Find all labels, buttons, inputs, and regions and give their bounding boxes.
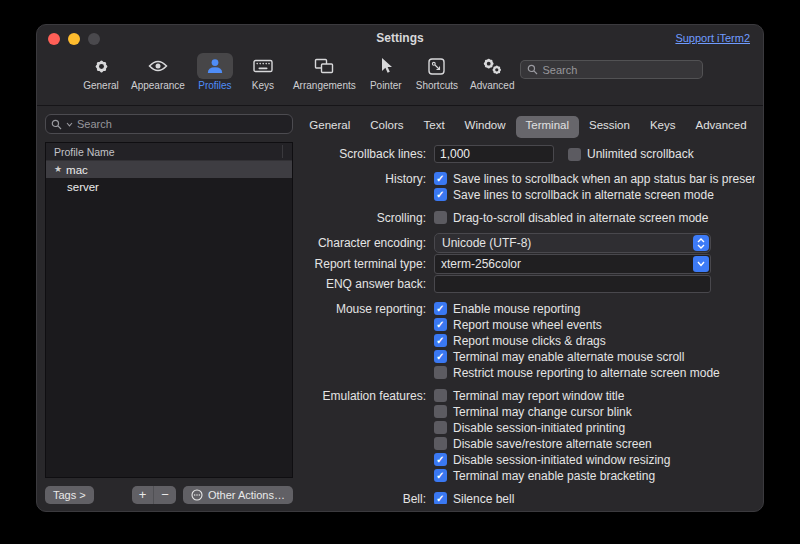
tab-window[interactable]: Window (455, 116, 516, 138)
profile-tabbar: General Colors Text Window Terminal Sess… (301, 116, 755, 138)
profile-detail-panel: General Colors Text Window Terminal Sess… (301, 114, 755, 504)
window-title: Settings (37, 25, 763, 52)
other-actions-button[interactable]: Other Actions… (183, 486, 293, 504)
toolbar-item-pointer[interactable]: Pointer (362, 53, 410, 91)
toolbar-item-general[interactable]: General (77, 53, 125, 91)
toolbar-item-label: Pointer (370, 80, 402, 91)
emulation-features-label: Emulation features: (301, 389, 434, 403)
disable-printing-checkbox[interactable] (434, 421, 447, 434)
profile-list-header: Profile Name (46, 143, 292, 161)
mouse-clicks-drags-checkbox[interactable] (434, 334, 447, 347)
close-button[interactable] (48, 33, 60, 45)
toolbar-item-keys[interactable]: Keys (239, 53, 287, 91)
profile-list: Profile Name ★ mac server (45, 142, 293, 478)
toolbar-search-input[interactable] (542, 64, 696, 76)
save-lines-alt-screen-checkbox[interactable] (434, 188, 447, 201)
scrolling-label: Scrolling: (301, 211, 434, 225)
checkbox-label: Terminal may enable paste bracketing (453, 469, 655, 483)
combo-chevron-icon[interactable] (693, 256, 709, 272)
history-label: History: (301, 172, 434, 186)
profile-row-mac[interactable]: ★ mac (46, 161, 292, 178)
enq-answer-back-input[interactable] (434, 275, 711, 293)
search-scope-chevron-icon[interactable] (66, 122, 73, 127)
remove-profile-button[interactable]: − (154, 486, 176, 504)
tab-text[interactable]: Text (414, 116, 455, 138)
tab-session[interactable]: Session (579, 116, 640, 138)
restrict-mouse-reporting-checkbox[interactable] (434, 366, 447, 379)
save-lines-status-bar-checkbox[interactable] (434, 172, 447, 185)
paste-bracketing-checkbox[interactable] (434, 469, 447, 482)
profile-search-input[interactable] (77, 118, 287, 130)
cursor-icon (368, 53, 404, 79)
keycap-icon (419, 53, 455, 79)
toolbar-item-label: Advanced (470, 80, 514, 91)
checkbox-label: Save lines to scrollback in alternate sc… (453, 188, 714, 202)
checkbox-label: Disable save/restore alternate screen (453, 437, 652, 451)
checkbox-label: Terminal may enable alternate mouse scro… (453, 350, 684, 364)
tags-button[interactable]: Tags > (45, 486, 94, 504)
checkbox-label: Save lines to scrollback when an app sta… (453, 172, 755, 186)
disable-save-restore-checkbox[interactable] (434, 437, 447, 450)
popup-chevrons-icon (693, 235, 709, 251)
character-encoding-label: Character encoding: (301, 236, 434, 250)
tab-keys[interactable]: Keys (640, 116, 686, 138)
gears-icon (474, 53, 510, 79)
checkbox-label: Drag-to-scroll disabled in alternate scr… (453, 211, 708, 225)
toolbar-item-shortcuts[interactable]: Shortcuts (410, 53, 464, 91)
toolbar-item-arrangements[interactable]: Arrangements (287, 53, 362, 91)
tab-terminal[interactable]: Terminal (516, 116, 579, 138)
alternate-mouse-scroll-checkbox[interactable] (434, 350, 447, 363)
toolbar-item-profiles[interactable]: Profiles (191, 53, 239, 91)
checkbox-label: Restrict mouse reporting to alternate sc… (453, 366, 720, 380)
toolbar-item-label: Keys (252, 80, 274, 91)
minimize-button[interactable] (68, 33, 80, 45)
tab-advanced[interactable]: Advanced (685, 116, 755, 138)
toolbar-item-label: General (83, 80, 119, 91)
unlimited-scrollback-checkbox[interactable] (568, 148, 581, 161)
traffic-lights (48, 33, 100, 45)
checkbox-label: Disable session-initiated printing (453, 421, 625, 435)
scrollback-lines-label: Scrollback lines: (301, 147, 434, 161)
star-icon: ★ (54, 165, 62, 174)
person-icon (197, 53, 233, 79)
enable-mouse-reporting-checkbox[interactable] (434, 302, 447, 315)
disable-window-resizing-checkbox[interactable] (434, 453, 447, 466)
search-icon (51, 119, 62, 130)
titlebar: Settings Support iTerm2 (37, 25, 763, 51)
toolbar-item-appearance[interactable]: Appearance (125, 53, 191, 91)
settings-window: Settings Support iTerm2 General Appearan… (36, 24, 764, 512)
drag-to-scroll-checkbox[interactable] (434, 211, 447, 224)
toolbar-item-advanced[interactable]: Advanced (464, 53, 520, 91)
tab-colors[interactable]: Colors (360, 116, 413, 138)
gear-icon (83, 53, 119, 79)
combo-value: xterm-256color (441, 257, 521, 271)
preferences-toolbar: General Appearance Profiles Keys Arrange (37, 51, 763, 106)
mouse-wheel-events-checkbox[interactable] (434, 318, 447, 331)
profile-name: mac (66, 164, 88, 176)
support-link[interactable]: Support iTerm2 (675, 32, 750, 44)
checkbox-label: Terminal may report window title (453, 389, 624, 403)
tab-general[interactable]: General (301, 116, 360, 138)
report-terminal-type-combo[interactable]: xterm-256color (434, 254, 711, 274)
profiles-sidebar: Profile Name ★ mac server Tags > + − (45, 114, 293, 504)
unlimited-scrollback-label: Unlimited scrollback (587, 147, 694, 161)
enq-answer-back-label: ENQ answer back: (301, 277, 434, 291)
silence-bell-checkbox[interactable] (434, 492, 447, 504)
search-icon (527, 64, 538, 75)
report-terminal-type-label: Report terminal type: (301, 257, 434, 271)
sidebar-bottom-bar: Tags > + − Other Actions… (45, 485, 293, 504)
scrollback-lines-input[interactable] (434, 145, 554, 163)
profile-search-field[interactable] (45, 114, 293, 134)
toolbar-search-field[interactable] (520, 60, 703, 79)
report-window-title-checkbox[interactable] (434, 389, 447, 402)
add-profile-button[interactable]: + (132, 486, 154, 504)
keyboard-icon (245, 53, 281, 79)
character-encoding-popup[interactable]: Unicode (UTF-8) (434, 233, 711, 253)
other-actions-label: Other Actions… (208, 489, 285, 501)
checkbox-label: Disable session-initiated window resizin… (453, 453, 670, 467)
bell-label: Bell: (301, 492, 434, 505)
profile-row-server[interactable]: server (46, 178, 292, 195)
change-cursor-blink-checkbox[interactable] (434, 405, 447, 418)
windows-icon (306, 53, 342, 79)
toolbar-item-label: Profiles (198, 80, 231, 91)
